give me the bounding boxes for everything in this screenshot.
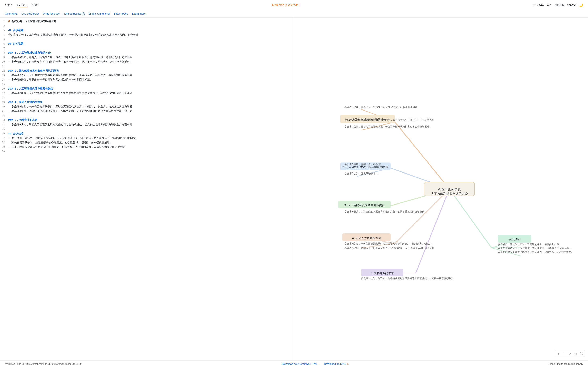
svg-text:3. 人工智能替代简单重复性岗位: 3. 人工智能替代简单重复性岗位 <box>345 203 385 207</box>
zoom-out-button[interactable]: − <box>562 351 567 356</box>
svg-text:参会者G提到，法律行业已经开始受到人工智能的影响。人工智能律: 参会者G提到，法律行业已经开始受到人工智能的影响。人工智能律师可以替代大量 <box>345 247 435 250</box>
editor-line: 4会议主要讨论了人工智能的发展对就业市场的影响，特别是对传统职业的冲击和未来人才… <box>0 33 294 37</box>
editor-line: 16### 3．人工智能替代简单重复性岗位 <box>0 86 294 91</box>
toolbar-use-solid-color[interactable]: Use solid color <box>21 12 39 15</box>
line-number: 6 <box>0 42 8 46</box>
mindmap-svg[interactable]: 会议讨论的议题 人工智能和就业市场的讨论 1. 人工智能对就业市场的冲击 参会者… <box>294 17 588 360</box>
line-number: 19 <box>0 100 8 104</box>
zoom-controls: + − ⤢ ⊡ ⛶ <box>555 350 585 357</box>
editor-line: 30 <box>0 149 294 154</box>
editor-line: 17- 参会者E强调，人工智能的发展会导致很多产业中的简单重复性岗位被替代。科技… <box>0 91 294 95</box>
line-number: 1 <box>0 19 8 24</box>
api-link[interactable]: API <box>547 3 552 7</box>
editor-line: 13- 参会者C认为，无人驾驶技术的出现对出租车司机的冲击比当年汽车替代马车更大… <box>0 73 294 77</box>
main-content: 1# 会议纪要：人工智能和就业市场的讨论23## 会议概述4会议主要讨论了人工智… <box>0 17 588 360</box>
line-number: 30 <box>0 149 8 154</box>
toolbar-limit-expand-level[interactable]: Limit expand level <box>89 12 110 15</box>
line-content: ### 1．人工智能对就业市场的冲击 <box>8 50 294 55</box>
editor-line: 29- 未来的教育应更加关注培养孩子的创造力、想象力和与人沟通的能力，以适应快速… <box>0 145 294 149</box>
svg-text:未来的教育应更加关注培养孩子的创造力、想象力和与人沟通的能力: 未来的教育应更加关注培养孩子的创造力、想象力和与人沟通的能力... <box>498 250 573 253</box>
editor-line: 19### 4．未来人才培养的方向 <box>0 100 294 104</box>
donate-link[interactable]: donate <box>567 3 576 7</box>
editor-line: 9- 参会者A指出，随着人工智能的发展，传统工作如开滴滴和出租车变得更加困难。这… <box>0 55 294 59</box>
mindmap-panel: 会议讨论的议题 人工智能和就业市场的讨论 1. 人工智能对就业市场的冲击 参会者… <box>294 17 588 360</box>
svg-text:参会者B表示，科技进步是不可阻挡的趋势，如同当年汽车替代马车: 参会者B表示，科技进步是不可阻挡的趋势，如同当年汽车替代马车一样，尽管当时 <box>345 118 434 121</box>
line-number: 3 <box>0 28 8 33</box>
svg-text:参会者D建议，需要出台一些政策...: 参会者D建议，需要出台一些政策... <box>345 163 383 166</box>
line-number: 11 <box>0 64 8 68</box>
line-number: 10 <box>0 59 8 64</box>
star-count: 7,544 <box>537 3 544 7</box>
line-number: 15 <box>0 82 8 86</box>
line-number: 16 <box>0 86 8 91</box>
line-number: 20 <box>0 104 8 109</box>
editor-line: 5 <box>0 37 294 42</box>
line-number: 22 <box>0 113 8 118</box>
toolbar: Open URL Use solid color Wrap long text … <box>0 10 588 17</box>
star-button[interactable]: ☆ 7,544 <box>533 3 544 7</box>
nav-docs[interactable]: docs <box>32 3 38 7</box>
svg-text:参会者H认为，尽管人工智能的发展对某些文科专业构成挑战，但文: 参会者H认为，尽管人工智能的发展对某些文科专业构成挑战，但文科生在培养想象力 <box>361 277 454 280</box>
line-content: # 会议纪要：人工智能和就业市场的讨论 <box>8 19 294 24</box>
line-content: - 参会者G提到，法律行业已经开始受到人工智能的影响。人工智能律师可以替代大量简… <box>8 109 294 113</box>
line-number: 13 <box>0 73 8 77</box>
editor-line: 15 <box>0 82 294 86</box>
top-navigation: home try it out docs Markmap in VSCode! … <box>0 0 588 10</box>
zoom-in-button[interactable]: + <box>556 351 561 356</box>
nav-home[interactable]: home <box>5 3 12 7</box>
svg-text:参会者F指出，未来需要培养孩子们人工智能无法替代的能力，如想: 参会者F指出，未来需要培养孩子们人工智能无法替代的能力，如想象力、创造力、 <box>345 242 434 245</box>
embed-assets-help-badge[interactable]: ? <box>82 12 85 15</box>
editor-line: 1# 会议纪要：人工智能和就业市场的讨论 <box>0 19 294 24</box>
line-content: ### 3．人工智能替代简单重复性岗位 <box>8 86 294 91</box>
editor-line: 11 <box>0 64 294 68</box>
editor-line: 2 <box>0 24 294 28</box>
editor-line: 20- 参会者F指出，未来需要培养孩子们人工智能无法替代的能力，如想象力、创造力… <box>0 104 294 109</box>
toolbar-wrap-long-text[interactable]: Wrap long text <box>43 12 60 15</box>
toolbar-embed-assets[interactable]: Embed assets <box>64 12 81 15</box>
toolbar-open-url[interactable]: Open URL <box>5 12 17 15</box>
editor-line: 7 <box>0 46 294 50</box>
line-content: 会议主要讨论了人工智能的发展对就业市场的影响，特别是对传统职业的冲击和未来人才培… <box>8 33 294 37</box>
zoom-fullscreen-button[interactable]: ⛶ <box>579 351 584 356</box>
svg-text:参会者D建议，需要出台一些政策和创意来解决这一社会和商业问题: 参会者D建议，需要出台一些政策和创意来解决这一社会和商业问题。 <box>345 106 420 109</box>
theme-toggle-icon[interactable]: 🌙 <box>579 3 583 7</box>
editor-line: 22 <box>0 113 294 118</box>
editor-line: 3## 会议概述 <box>0 28 294 33</box>
download-html-link[interactable]: Download as interactive HTML <box>281 362 318 365</box>
svg-text:参会者E强调，人工智能的发展会导致很多产业中的简单重复性岗位: 参会者E强调，人工智能的发展会导致很多产业中的简单重复性岗位被替代... <box>345 210 427 213</box>
line-number: 29 <box>0 145 8 149</box>
line-content: - 未来的教育应更加关注培养孩子的创造力、想象力和与人沟通的能力，以适应快速变化… <box>8 145 294 149</box>
zoom-fit-button[interactable]: ⤢ <box>567 351 572 356</box>
line-content: - 参会者H认为，尽管人工智能的发展对某些文科专业构成挑战，但文科生在培养想象力… <box>8 122 294 127</box>
nav-title-link[interactable]: Markmap in VSCode! <box>272 3 299 7</box>
line-number: 12 <box>0 68 8 73</box>
line-content: - 参会者们一致认为，面对人工智能的冲击，需要提升自身的综合素质，特别是那些人工… <box>8 136 294 140</box>
svg-text:参会者A指出，随着人工智能的发展，传统工作如开滴滴和出租车变: 参会者A指出，随着人工智能的发展，传统工作如开滴滴和出租车变得更加困难。 <box>345 125 432 128</box>
editor-line: 21- 参会者G提到，法律行业已经开始受到人工智能的影响。人工智能律师可以替代大… <box>0 109 294 113</box>
keyboard-hint: Press Cmd to toggle recursively <box>549 363 583 365</box>
editor-line: 25 <box>0 127 294 131</box>
toolbar-learn-more[interactable]: Learn more <box>132 12 146 15</box>
download-svg-link[interactable]: Download as SVG <box>324 362 346 365</box>
editor-line: 12### 2．无人驾驶技术对出租车司机的影响 <box>0 68 294 73</box>
nav-try-it-out[interactable]: try it out <box>17 3 27 7</box>
line-number: 24 <box>0 122 8 127</box>
line-content: - 参会者E强调，人工智能的发展会导致很多产业中的简单重复性岗位被替代。科技进步… <box>8 91 294 95</box>
editor-panel[interactable]: 1# 会议纪要：人工智能和就业市场的讨论23## 会议概述4会议主要讨论了人工智… <box>0 17 294 360</box>
editor-line: 28- 家长在培养孩子时，应注重孩子的心理健康、性格塑造和人格完善，而不仅仅是成… <box>0 140 294 145</box>
toolbar-filter-nodes[interactable]: Filter nodes <box>114 12 128 15</box>
line-content: - 参会者A指出，随着人工智能的发展，传统工作如开滴滴和出租车变得更加困难。这引… <box>8 55 294 59</box>
line-number: 8 <box>0 50 8 55</box>
line-number: 17 <box>0 91 8 95</box>
svg-text:参会者C认为，无人驾驶技术...: 参会者C认为，无人驾驶技术... <box>345 172 378 175</box>
editor-lines: 1# 会议纪要：人工智能和就业市场的讨论23## 会议概述4会议主要讨论了人工智… <box>0 17 294 155</box>
zoom-reset-button[interactable]: ⊡ <box>573 351 578 356</box>
line-number: 14 <box>0 77 8 82</box>
line-number: 25 <box>0 127 8 131</box>
bottom-center: Download as interactive HTML Download as… <box>281 362 349 365</box>
editor-line: 6## 讨论议题 <box>0 42 294 46</box>
editor-line: 10- 参会者B表示，科技进步是不可阻挡的趋势，如同当年汽车替代马车一样，尽管当… <box>0 59 294 64</box>
github-link[interactable]: GitHub <box>555 3 564 7</box>
line-content: ## 讨论议题 <box>8 42 294 46</box>
line-content: ## 会议概述 <box>8 28 294 33</box>
